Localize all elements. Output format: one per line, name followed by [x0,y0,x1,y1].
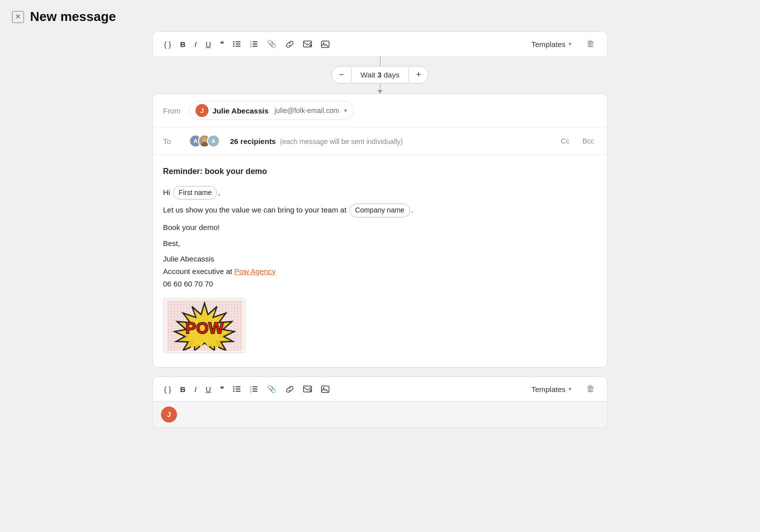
to-label: To [163,137,183,146]
bold-button[interactable]: B [177,38,188,50]
svg-point-4 [233,46,234,47]
ordered-list-button-bottom[interactable]: 1. 2. 3. [247,384,261,394]
sig-name: Julie Abecassis [163,253,597,266]
email-link-button[interactable] [300,38,315,50]
from-label: From [163,106,183,115]
recipients-count: 26 recipients [230,137,276,146]
close-button[interactable]: × [12,11,24,23]
templates-button-top[interactable]: Templates ▾ [528,38,576,50]
svg-rect-12 [304,41,312,47]
templates-label-bottom: Templates [532,385,566,394]
ol-icon-bottom: 1. 2. 3. [250,386,258,392]
trash-button-bottom[interactable]: 🗑 [582,382,599,396]
link-button[interactable] [282,38,297,50]
bottom-user-avatar: J [161,406,177,422]
ordered-list-button[interactable]: 1. 2. 3. [247,38,261,50]
email-link-button-bottom[interactable] [300,384,315,394]
sig-title-text: Account executive at [163,267,234,276]
unordered-list-button[interactable] [230,38,244,50]
link-button-bottom[interactable] [282,383,297,396]
to-recipients: 26 recipients (each message will be sent… [230,137,403,146]
bold-button-bottom[interactable]: B [177,383,188,396]
wait-suffix: days [382,70,400,79]
unordered-list-button-bottom[interactable] [230,384,244,394]
svg-point-29 [233,388,234,390]
attachment-button[interactable]: 📎 [264,38,280,50]
email-link-icon-bottom [303,386,312,392]
italic-button-bottom[interactable]: I [192,383,200,396]
company-name-pill[interactable]: Company name [350,204,410,217]
cc-button[interactable]: Cc [558,136,572,146]
cta-line: Book your demo! [163,222,597,234]
svg-rect-9 [252,44,258,44]
wait-line-top [380,56,380,66]
link-icon-bottom [286,385,294,394]
signature: Best, Julie Abecassis Account executive … [163,238,597,353]
pow-graphic: POW [167,300,242,350]
image-button[interactable] [318,38,332,50]
from-name: Julie Abecassis [212,106,268,115]
agency-link[interactable]: Pow Agency [234,267,276,276]
from-avatar: J [196,104,208,117]
svg-point-0 [233,41,234,42]
closing-line: Best, [163,238,597,250]
cc-bcc-area: Cc Bcc [558,136,597,146]
to-row: To A A 26 recipients (each message will … [153,128,607,155]
sig-phone: 06 60 60 70 70 [163,278,597,290]
image-button-bottom[interactable] [318,384,332,395]
ul-icon [233,40,241,48]
quote-button-bottom[interactable]: ❝ [217,382,227,396]
to-avatars: A A [189,134,216,148]
from-row: From J Julie Abecassis julie@folk-email.… [153,94,607,128]
code-button-bottom[interactable]: { } [161,383,174,396]
bottom-avatar-area: J [152,402,608,428]
image-icon-bottom [321,386,330,393]
italic-button[interactable]: I [192,38,200,50]
svg-rect-1 [236,42,240,42]
wait-plus-button[interactable]: + [409,66,428,83]
svg-rect-39 [304,386,312,392]
first-name-pill[interactable]: First name [173,186,217,200]
svg-rect-28 [236,386,240,388]
wait-section: − Wait 3 days + [152,56,608,94]
body-text: Let us show you the value we can bring t… [163,206,348,214]
templates-label-top: Templates [532,40,566,48]
greeting-line: Hi First name, [163,186,597,200]
from-pill[interactable]: J Julie Abecassis julie@folk-email.com ▾ [189,101,354,120]
underline-button-bottom[interactable]: U [202,383,214,396]
svg-text:3.: 3. [250,390,252,392]
bcc-button[interactable]: Bcc [580,136,597,146]
wait-line-bottom [380,84,380,94]
recipient-avatar-3: A [207,134,220,148]
from-chevron-icon: ▾ [344,107,347,114]
templates-chevron-top: ▾ [568,40,572,48]
attachment-button-bottom[interactable]: 📎 [264,382,280,396]
svg-point-27 [233,386,234,388]
image-icon [321,40,330,48]
ol-icon: 1. 2. 3. [250,40,258,48]
templates-chevron-bottom: ▾ [568,386,572,392]
page-header: × New message [0,0,760,32]
templates-button-bottom[interactable]: Templates ▾ [528,383,576,396]
code-button[interactable]: { } [161,38,174,50]
email-body[interactable]: Reminder: book your demo Hi First name, … [153,155,607,367]
pow-image: POW [163,298,246,353]
svg-text:3.: 3. [250,45,252,48]
underline-button[interactable]: U [202,38,214,50]
body-line: Let us show you the value we can bring t… [163,204,597,217]
svg-rect-36 [252,388,258,390]
sig-title-line: Account executive at Pow Agency [163,266,597,278]
svg-point-31 [233,390,234,392]
cta-text: Book your demo! [163,223,220,232]
quote-button[interactable]: ❝ [217,38,227,50]
body-suffix: . [411,206,413,214]
wait-days: 3 [378,70,382,79]
main-content: { } B I U ❝ 1. 2. 3. 📎 [0,32,760,428]
wait-minus-button[interactable]: − [332,66,352,83]
svg-rect-30 [236,388,240,390]
page-title: New message [30,9,116,24]
svg-point-2 [233,44,234,45]
bottom-toolbar: { } B I U ❝ 1. 2. [152,376,608,402]
trash-button-top[interactable]: 🗑 [582,37,599,51]
greeting-suffix: , [218,188,220,196]
